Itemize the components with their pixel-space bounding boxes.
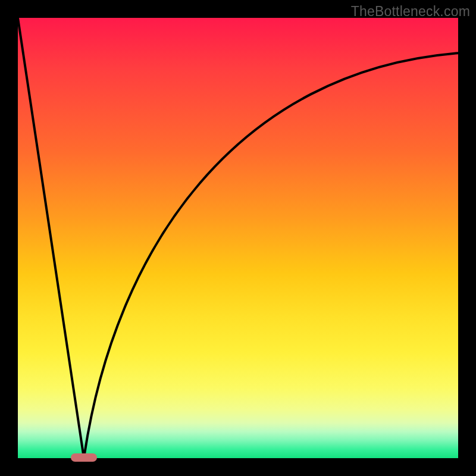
optimum-marker [71,453,97,462]
bottleneck-curve [18,18,458,458]
watermark-text: TheBottleneck.com [351,4,470,20]
curve-path [18,18,458,458]
plot-area [18,18,458,458]
chart-frame: TheBottleneck.com [0,0,476,476]
